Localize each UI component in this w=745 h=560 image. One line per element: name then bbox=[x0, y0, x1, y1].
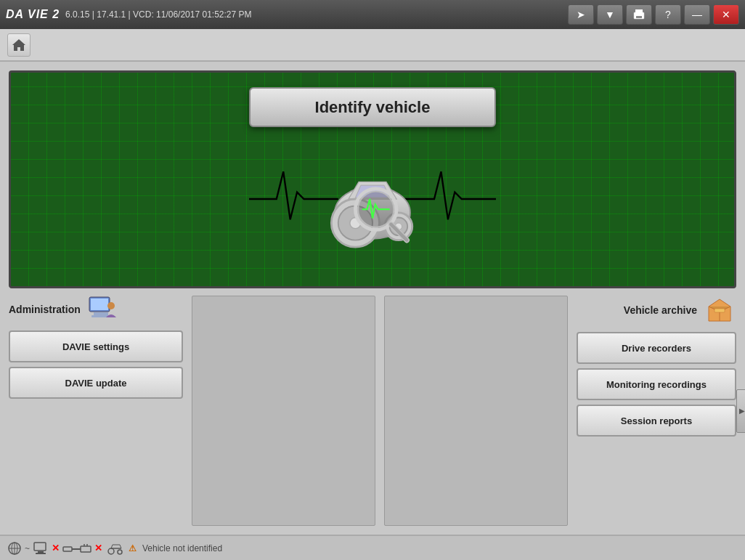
cable-icon bbox=[62, 541, 91, 556]
tractor-status-icon bbox=[105, 541, 126, 556]
titlebar-buttons: ➤ ▼ ? — ✕ bbox=[568, 4, 739, 25]
admin-header: Administration bbox=[9, 296, 183, 323]
middle-panel-2 bbox=[384, 296, 568, 526]
version-info: 6.0.15 | 17.41.1 | VCD: 11/06/2017 01:52… bbox=[65, 9, 562, 20]
pc-icon bbox=[33, 541, 49, 556]
admin-icon bbox=[86, 296, 117, 323]
svg-rect-17 bbox=[91, 299, 108, 310]
admin-panel: Administration DAVIE settings DAVIE upda… bbox=[9, 296, 183, 526]
drive-recorders-button[interactable]: Drive recorders bbox=[577, 332, 736, 364]
help-button[interactable]: ? bbox=[655, 4, 681, 25]
svg-point-34 bbox=[108, 548, 114, 554]
scroll-indicator[interactable]: ▶ bbox=[736, 389, 745, 433]
svg-rect-28 bbox=[36, 553, 46, 554]
main-content: Identify vehicle bbox=[0, 62, 745, 535]
minimize-button[interactable]: — bbox=[684, 4, 710, 25]
network-label: ~ bbox=[25, 543, 30, 553]
home-button[interactable] bbox=[7, 33, 30, 57]
archive-title: Vehicle archive bbox=[624, 304, 697, 316]
monitoring-recordings-button[interactable]: Monitoring recordings bbox=[577, 368, 736, 400]
admin-title: Administration bbox=[9, 304, 81, 315]
pc-status-x: ✕ bbox=[52, 543, 60, 553]
warning-icon: ⚠ bbox=[129, 543, 137, 553]
svg-rect-1 bbox=[635, 9, 643, 13]
svg-marker-3 bbox=[12, 39, 25, 51]
archive-header: Vehicle archive bbox=[577, 296, 736, 325]
svg-rect-26 bbox=[34, 543, 46, 551]
print-button[interactable] bbox=[626, 4, 652, 25]
cable-status-x: ✕ bbox=[94, 543, 102, 553]
svg-point-35 bbox=[118, 550, 122, 554]
svg-rect-2 bbox=[636, 16, 642, 18]
svg-rect-21 bbox=[715, 309, 725, 312]
status-icons: ~ ✕ ✕ ⚠ bbox=[7, 541, 137, 556]
title-bar: DA VIE 2 6.0.15 | 17.41.1 | VCD: 11/06/2… bbox=[0, 0, 745, 29]
navbar bbox=[0, 29, 745, 62]
svg-rect-27 bbox=[38, 551, 44, 553]
scanner-panel: Identify vehicle bbox=[9, 70, 736, 288]
dropdown-button[interactable]: ▼ bbox=[597, 4, 623, 25]
archive-icon bbox=[703, 296, 736, 325]
davie-update-button[interactable]: DAVIE update bbox=[9, 367, 183, 399]
globe-icon bbox=[7, 541, 22, 556]
svg-point-20 bbox=[107, 302, 115, 309]
bottom-section: Administration DAVIE settings DAVIE upda… bbox=[9, 296, 736, 526]
identify-vehicle-button[interactable]: Identify vehicle bbox=[249, 87, 496, 127]
middle-panel-1 bbox=[192, 296, 375, 526]
davie-settings-button[interactable]: DAVIE settings bbox=[9, 330, 183, 362]
app-logo: DA VIE 2 bbox=[6, 8, 60, 21]
session-reports-button[interactable]: Session reports bbox=[577, 405, 736, 437]
forward-button[interactable]: ➤ bbox=[568, 4, 594, 25]
svg-rect-18 bbox=[94, 312, 108, 315]
svg-rect-29 bbox=[63, 547, 72, 551]
svg-rect-31 bbox=[81, 546, 91, 552]
close-button[interactable]: ✕ bbox=[713, 4, 739, 25]
status-text: Vehicle not identified bbox=[142, 543, 222, 553]
archive-panel: Vehicle archive Drive recorders Monitori… bbox=[577, 296, 736, 526]
tractor-graphic bbox=[249, 141, 496, 257]
statusbar: ~ ✕ ✕ ⚠ Vehicle not identified bbox=[0, 535, 745, 560]
